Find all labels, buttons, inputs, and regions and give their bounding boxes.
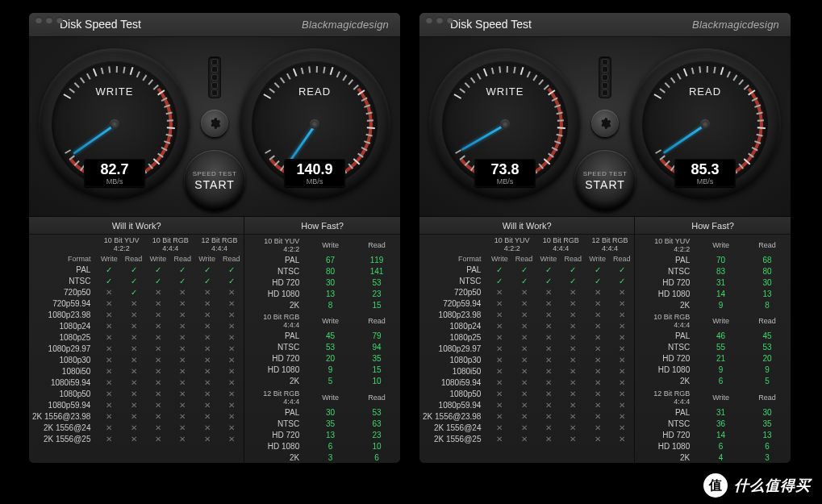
- x-icon: ✕: [106, 333, 112, 342]
- start-button[interactable]: SPEED TEST START: [184, 150, 245, 211]
- x-icon: ✕: [545, 423, 552, 432]
- table-row: 720p50✕✓✕✕✕✕: [29, 286, 244, 298]
- check-icon: ✓: [131, 288, 137, 297]
- x-icon: ✕: [521, 333, 528, 342]
- window-controls[interactable]: [426, 17, 453, 23]
- table-row: 1080p24✕✕✕✕✕✕: [29, 320, 244, 331]
- x-icon: ✕: [496, 356, 503, 364]
- check-icon: ✓: [619, 265, 625, 274]
- x-icon: ✕: [131, 412, 137, 421]
- table-row: PAL3053: [244, 406, 400, 418]
- x-icon: ✕: [179, 333, 186, 342]
- table-row: HD 10801413: [635, 288, 791, 299]
- table-row: HD 10801323: [244, 288, 400, 299]
- table-row: HD 108099: [635, 364, 791, 376]
- settings-button[interactable]: [201, 110, 228, 137]
- x-icon: ✕: [155, 412, 161, 421]
- gauge-unit: MB/s: [474, 177, 536, 185]
- table-row: 2K 1556@23.98✕✕✕✕✕✕: [29, 410, 244, 422]
- table-row: 2K 1556@25✕✕✕✕✕✕: [419, 433, 634, 444]
- gauge-value: 140.9: [284, 162, 345, 177]
- x-icon: ✕: [595, 310, 601, 319]
- x-icon: ✕: [619, 310, 625, 319]
- x-icon: ✕: [570, 367, 576, 376]
- x-icon: ✕: [619, 389, 625, 398]
- table-row: 1080p50✕✕✕✕✕✕: [29, 388, 244, 399]
- x-icon: ✕: [570, 288, 576, 297]
- x-icon: ✕: [496, 322, 503, 331]
- x-icon: ✕: [570, 310, 576, 319]
- panels-container: Disk Speed Test Blackmagicdesign WRITE 8…: [0, 0, 822, 463]
- x-icon: ✕: [131, 310, 137, 319]
- table-row: 1080p29.97✕✕✕✕✕✕: [29, 343, 244, 354]
- table-row: HD 7203130: [635, 277, 791, 288]
- how-fast-heading: How Fast?: [244, 217, 400, 235]
- x-icon: ✕: [179, 412, 186, 421]
- x-icon: ✕: [131, 333, 137, 342]
- window-header: Disk Speed Test Blackmagicdesign: [419, 13, 791, 37]
- x-icon: ✕: [521, 367, 528, 376]
- x-icon: ✕: [496, 423, 503, 432]
- gear-icon: [599, 117, 611, 130]
- x-icon: ✕: [204, 322, 211, 331]
- x-icon: ✕: [496, 367, 503, 376]
- x-icon: ✕: [595, 333, 601, 342]
- table-row: HD 108066: [635, 440, 791, 452]
- x-icon: ✕: [179, 389, 186, 398]
- x-icon: ✕: [521, 401, 528, 410]
- x-icon: ✕: [545, 401, 552, 410]
- x-icon: ✕: [155, 389, 161, 398]
- table-row: 1080p50✕✕✕✕✕✕: [419, 388, 634, 399]
- x-icon: ✕: [204, 401, 211, 410]
- will-it-work-heading: Will it Work?: [29, 217, 244, 235]
- table-row: 1080i50✕✕✕✕✕✕: [419, 365, 634, 377]
- x-icon: ✕: [228, 288, 235, 297]
- x-icon: ✕: [545, 333, 552, 342]
- check-icon: ✓: [228, 265, 235, 274]
- table-row: 1080i59.94✕✕✕✕✕✕: [419, 377, 634, 388]
- x-icon: ✕: [131, 356, 137, 364]
- x-icon: ✕: [619, 322, 625, 331]
- x-icon: ✕: [521, 423, 528, 432]
- table-row: HD 1080610: [244, 440, 400, 452]
- x-icon: ✕: [179, 423, 186, 432]
- gauge-readout: 140.9 MB/s: [284, 159, 345, 187]
- table-row: 1080p24✕✕✕✕✕✕: [419, 320, 634, 331]
- watermark: 值 什么值得买: [703, 473, 811, 498]
- start-button[interactable]: SPEED TEST START: [574, 150, 636, 211]
- gauge-label: WRITE: [39, 85, 190, 98]
- check-icon: ✓: [204, 265, 211, 274]
- x-icon: ✕: [106, 412, 112, 421]
- x-icon: ✕: [619, 412, 625, 421]
- x-icon: ✕: [545, 367, 552, 376]
- gauge-readout: 73.8 MB/s: [474, 159, 536, 187]
- x-icon: ✕: [228, 389, 235, 398]
- watermark-badge: 值: [703, 473, 728, 498]
- gauge-value: 82.7: [84, 162, 145, 177]
- x-icon: ✕: [106, 378, 112, 387]
- table-row: 2K98: [635, 299, 791, 310]
- table-row: PAL✓✓✓✓✓✓: [29, 264, 244, 275]
- x-icon: ✕: [595, 288, 601, 297]
- table-row: HD 7201323: [244, 429, 400, 440]
- window-controls[interactable]: [35, 17, 63, 23]
- x-icon: ✕: [570, 322, 576, 331]
- x-icon: ✕: [204, 389, 211, 398]
- table-row: PAL4579: [244, 331, 400, 342]
- x-icon: ✕: [521, 412, 528, 421]
- check-icon: ✓: [496, 265, 503, 274]
- check-icon: ✓: [521, 277, 528, 285]
- settings-button[interactable]: [591, 110, 619, 137]
- table-row: 720p59.94✕✕✕✕✕✕: [419, 298, 634, 309]
- x-icon: ✕: [496, 378, 503, 387]
- x-icon: ✕: [570, 389, 576, 398]
- table-row: HD 7201413: [635, 429, 791, 440]
- table-row: PAL3130: [635, 406, 791, 418]
- table-row: HD 7202035: [244, 353, 400, 364]
- x-icon: ✕: [155, 367, 161, 376]
- gauge-unit: MB/s: [674, 177, 736, 185]
- x-icon: ✕: [228, 356, 235, 364]
- x-icon: ✕: [179, 378, 186, 387]
- how-fast-table: 10 Bit YUV 4:2:2WriteReadPAL67119NTSC801…: [244, 235, 400, 464]
- x-icon: ✕: [521, 378, 528, 387]
